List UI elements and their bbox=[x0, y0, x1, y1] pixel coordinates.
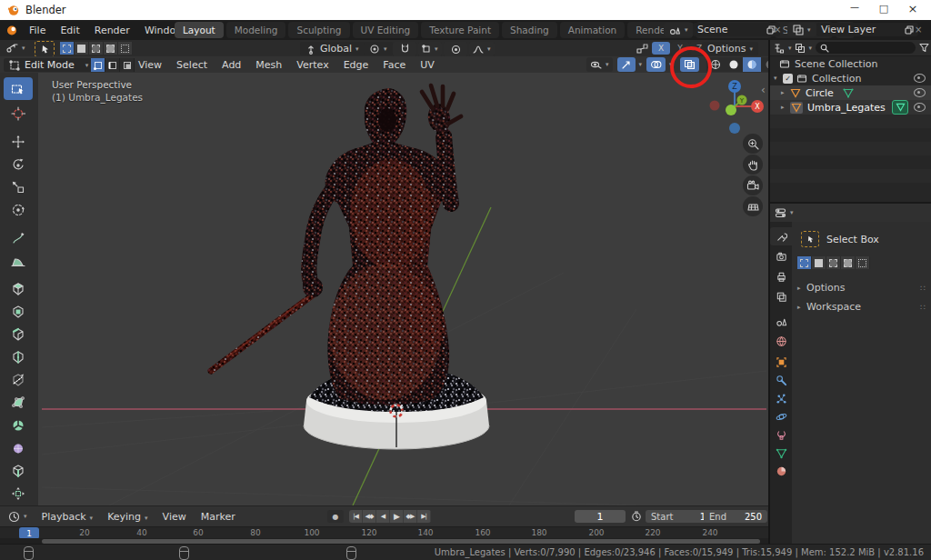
options-dropdown[interactable]: Options ▾ bbox=[702, 42, 758, 55]
tab-animation[interactable]: Animation bbox=[560, 22, 626, 38]
tool-poly-build-button[interactable] bbox=[4, 391, 33, 414]
prev-keyframe-button[interactable]: ◀◆ bbox=[363, 510, 376, 523]
tool-select-box-button[interactable] bbox=[4, 77, 33, 100]
snap-with-dropdown[interactable]: ▾ bbox=[418, 42, 442, 56]
tool-rotate-button[interactable] bbox=[4, 153, 33, 175]
proportional-editing-button[interactable] bbox=[444, 42, 467, 56]
menu-view[interactable]: View bbox=[131, 59, 169, 71]
view-layer-unlink-icon[interactable]: × bbox=[915, 25, 922, 35]
properties-editor-type-button[interactable]: ▾ bbox=[775, 207, 794, 218]
falloff-dropdown[interactable]: ▾ bbox=[469, 42, 495, 56]
tab-shading[interactable]: Shading bbox=[502, 22, 557, 38]
tab-particles[interactable] bbox=[770, 389, 792, 407]
jump-end-button[interactable]: ▶| bbox=[417, 510, 431, 523]
active-tool-button[interactable] bbox=[35, 41, 55, 57]
play-reverse-button[interactable]: ◀ bbox=[376, 510, 390, 523]
tab-texture-paint[interactable]: Texture Paint bbox=[421, 22, 499, 38]
tab-sculpting[interactable]: Sculpting bbox=[288, 22, 349, 38]
chevron-down-icon[interactable]: ▾ bbox=[639, 61, 643, 68]
tab-output[interactable] bbox=[770, 267, 792, 285]
tab-layout[interactable]: Layout bbox=[175, 22, 224, 38]
outliner-row-collection[interactable]: ▾ ✓ Collection bbox=[770, 71, 931, 85]
select-extend-button[interactable] bbox=[812, 256, 826, 269]
section-options[interactable]: ▸ Options ∷ bbox=[797, 282, 931, 294]
tab-constraints[interactable] bbox=[770, 425, 792, 444]
collection-checkbox[interactable]: ✓ bbox=[783, 74, 793, 84]
tab-scene[interactable] bbox=[770, 312, 792, 330]
tool-edge-slide-button[interactable] bbox=[4, 459, 33, 482]
tool-inset-faces-button[interactable] bbox=[4, 300, 33, 323]
menu-tl-view[interactable]: View bbox=[155, 511, 194, 523]
select-invert-button[interactable] bbox=[841, 256, 856, 269]
tool-extrude-region-button[interactable] bbox=[4, 277, 33, 300]
tool-bevel-button[interactable] bbox=[4, 323, 33, 345]
menu-file[interactable]: File bbox=[22, 25, 53, 36]
mode-dropdown[interactable]: Edit Mode ▾ bbox=[4, 58, 94, 72]
tab-uv-editing[interactable]: UV Editing bbox=[353, 22, 419, 38]
menu-face[interactable]: Face bbox=[375, 59, 413, 71]
tool-cursor-button[interactable] bbox=[4, 102, 33, 125]
timeline-ruler[interactable]: 20 40 60 80 100 120 140 160 180 200 220 … bbox=[0, 526, 768, 539]
tab-world[interactable] bbox=[770, 332, 792, 350]
tool-transform-button[interactable] bbox=[4, 198, 33, 221]
menu-marker[interactable]: Marker bbox=[194, 511, 243, 523]
shading-material-button[interactable] bbox=[743, 57, 761, 72]
copy-icon[interactable] bbox=[905, 25, 914, 35]
select-invert-button[interactable] bbox=[104, 42, 118, 55]
select-set-button[interactable] bbox=[797, 256, 812, 269]
hide-eye-icon[interactable] bbox=[914, 103, 926, 112]
outliner-row-umbra-legates[interactable]: ▸ Umbra_Legates bbox=[770, 100, 931, 115]
record-button[interactable]: ● bbox=[327, 510, 344, 523]
timeline-editor-type-button[interactable]: ▾ bbox=[5, 509, 31, 524]
menu-render[interactable]: Render bbox=[87, 25, 137, 36]
tab-material[interactable] bbox=[770, 462, 792, 480]
select-intersect-button[interactable] bbox=[118, 42, 133, 55]
outliner-editor-type-button[interactable]: ▾ bbox=[774, 43, 792, 54]
mirror-x-button[interactable]: X bbox=[652, 42, 670, 55]
menu-uv[interactable]: UV bbox=[413, 59, 442, 71]
minimize-button[interactable]: — bbox=[841, 2, 868, 12]
filter-icon[interactable] bbox=[919, 43, 929, 53]
tool-spin-button[interactable] bbox=[4, 414, 33, 436]
tool-measure-button[interactable] bbox=[4, 249, 33, 272]
pivot-point-dropdown[interactable]: ▾ bbox=[364, 42, 393, 55]
menu-edge[interactable]: Edge bbox=[336, 59, 376, 71]
expand-icon[interactable]: ▾ bbox=[774, 75, 783, 82]
tab-modeling[interactable]: Modeling bbox=[226, 22, 286, 38]
select-subtract-button[interactable] bbox=[826, 256, 841, 269]
menu-select[interactable]: Select bbox=[169, 59, 215, 71]
editor-type-button[interactable]: ▾ bbox=[5, 42, 25, 54]
tab-object[interactable] bbox=[770, 353, 792, 371]
select-intersect-button[interactable] bbox=[856, 256, 870, 269]
drag-handle-icon[interactable]: ∷ bbox=[920, 284, 926, 293]
pan-button[interactable] bbox=[743, 155, 763, 175]
tool-annotate-button[interactable] bbox=[4, 226, 33, 249]
menu-mesh[interactable]: Mesh bbox=[248, 59, 289, 71]
select-subtract-button[interactable] bbox=[89, 42, 104, 55]
select-extend-button[interactable] bbox=[75, 42, 89, 55]
view-layer-type-button[interactable]: ▾ bbox=[787, 23, 816, 36]
play-button[interactable]: ▶ bbox=[390, 510, 404, 523]
object-visibility-dropdown[interactable]: ▾ bbox=[586, 57, 613, 72]
maximize-button[interactable]: □ bbox=[870, 3, 897, 15]
tool-smooth-button[interactable] bbox=[4, 436, 33, 459]
end-frame-field[interactable]: End 250 bbox=[704, 510, 767, 523]
close-button[interactable]: × bbox=[899, 2, 926, 15]
overlays-toggle[interactable] bbox=[646, 57, 666, 72]
tool-scale-button[interactable] bbox=[4, 175, 33, 198]
orthographic-toggle-button[interactable] bbox=[743, 196, 763, 216]
drag-handle-icon[interactable]: ∷ bbox=[920, 303, 926, 312]
expand-icon[interactable]: ▸ bbox=[781, 89, 790, 96]
hide-eye-icon[interactable] bbox=[914, 88, 926, 97]
start-frame-field[interactable]: Start 1 bbox=[646, 510, 711, 523]
mesh-data-badge[interactable] bbox=[892, 100, 908, 115]
current-frame-field[interactable]: 1 bbox=[575, 510, 626, 523]
transform-orientation-dropdown[interactable]: Global ▾ bbox=[300, 42, 365, 55]
tool-knife-button[interactable] bbox=[4, 368, 33, 391]
scene-field[interactable]: Scene bbox=[693, 23, 780, 36]
select-set-button[interactable] bbox=[60, 42, 75, 55]
viewport-3d[interactable]: Z X Y User Perspective (1) Umbra_Legates… bbox=[38, 73, 768, 505]
tab-object-data[interactable] bbox=[770, 444, 792, 462]
tab-view-layer[interactable] bbox=[770, 287, 792, 305]
camera-view-button[interactable] bbox=[743, 175, 763, 195]
